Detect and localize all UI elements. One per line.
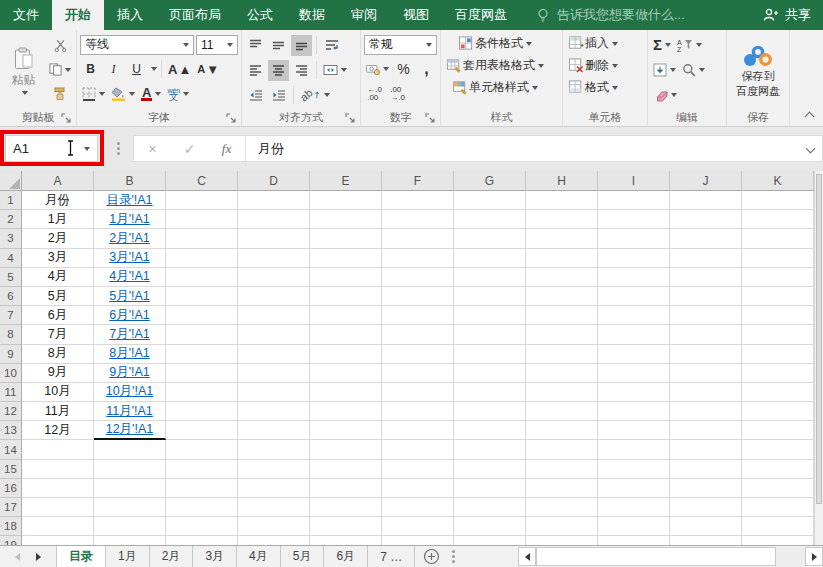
hyperlink-cell-B13[interactable]: 12月'!A1 [106, 421, 154, 438]
cell-D15[interactable] [238, 460, 310, 479]
cell-I17[interactable] [598, 498, 670, 517]
cell-E2[interactable] [310, 210, 382, 229]
cell-C8[interactable] [166, 325, 238, 344]
hscroll-left-arrow[interactable] [518, 547, 536, 566]
cell-H14[interactable] [526, 440, 598, 459]
cell-G18[interactable] [454, 517, 526, 536]
cell-H12[interactable] [526, 402, 598, 421]
cell-G14[interactable] [454, 440, 526, 459]
cell-A5[interactable]: 4月 [22, 268, 94, 287]
cell-G5[interactable] [454, 268, 526, 287]
cell-K9[interactable] [742, 345, 814, 364]
cell-F4[interactable] [382, 249, 454, 268]
cell-B8[interactable]: 7月'!A1 [94, 325, 166, 344]
row-header-1[interactable]: 1 [0, 191, 22, 210]
cell-I18[interactable] [598, 517, 670, 536]
cell-C11[interactable] [166, 383, 238, 402]
cell-I3[interactable] [598, 229, 670, 248]
cell-A11[interactable]: 10月 [22, 383, 94, 402]
cell-G10[interactable] [454, 364, 526, 383]
cell-I6[interactable] [598, 287, 670, 306]
cell-F12[interactable] [382, 402, 454, 421]
cell-K12[interactable] [742, 402, 814, 421]
formula-bar[interactable]: × ✓ fx 月份 [133, 135, 823, 162]
cell-J17[interactable] [670, 498, 742, 517]
column-header-I[interactable]: I [598, 171, 670, 191]
cell-I12[interactable] [598, 402, 670, 421]
column-header-A[interactable]: A [22, 171, 94, 191]
menu-tab-公式[interactable]: 公式 [234, 0, 286, 30]
format-cells-button[interactable]: 格式 [566, 77, 620, 98]
cell-I1[interactable] [598, 191, 670, 210]
formula-bar-resize-handle[interactable] [117, 147, 120, 150]
row-header-12[interactable]: 12 [0, 402, 22, 421]
cell-K6[interactable] [742, 287, 814, 306]
cell-D19[interactable] [238, 536, 310, 545]
cell-C13[interactable] [166, 421, 238, 440]
cell-J6[interactable] [670, 287, 742, 306]
align-middle-button[interactable] [268, 35, 289, 56]
row-header-16[interactable]: 16 [0, 479, 22, 498]
row-header-7[interactable]: 7 [0, 306, 22, 325]
cell-H4[interactable] [526, 249, 598, 268]
cell-K13[interactable] [742, 421, 814, 440]
cell-F11[interactable] [382, 383, 454, 402]
fill-button[interactable] [651, 60, 678, 81]
name-box-dropdown-arrow[interactable] [84, 147, 90, 151]
cell-D16[interactable] [238, 479, 310, 498]
cell-I2[interactable] [598, 210, 670, 229]
cell-F16[interactable] [382, 479, 454, 498]
cell-F9[interactable] [382, 345, 454, 364]
vertical-scrollbar[interactable] [814, 171, 823, 545]
align-center-button[interactable] [268, 60, 289, 81]
cell-B11[interactable]: 10月'!A1 [94, 383, 166, 402]
cell-K4[interactable] [742, 249, 814, 268]
sheet-nav-next-icon[interactable] [36, 553, 41, 561]
menu-tab-审阅[interactable]: 审阅 [338, 0, 390, 30]
sheet-tab-6月[interactable]: 6月 [324, 546, 368, 567]
row-header-9[interactable]: 9 [0, 345, 22, 364]
cell-G4[interactable] [454, 249, 526, 268]
hyperlink-cell-B10[interactable]: 9月'!A1 [109, 364, 150, 381]
cell-G9[interactable] [454, 345, 526, 364]
merge-center-button[interactable] [321, 60, 349, 81]
cell-B18[interactable] [94, 517, 166, 536]
font-size-select[interactable]: 11 [196, 35, 238, 55]
column-header-C[interactable]: C [166, 171, 238, 191]
cell-I14[interactable] [598, 440, 670, 459]
underline-button[interactable]: U [126, 59, 147, 80]
column-header-G[interactable]: G [454, 171, 526, 191]
increase-font-button[interactable]: A▲ [166, 59, 193, 80]
save-to-baidu-button[interactable]: 保存到 百度网盘 [730, 33, 786, 108]
row-header-13[interactable]: 13 [0, 421, 22, 440]
cell-K15[interactable] [742, 460, 814, 479]
cell-B6[interactable]: 5月'!A1 [94, 287, 166, 306]
cell-A9[interactable]: 8月 [22, 345, 94, 364]
cell-K16[interactable] [742, 479, 814, 498]
sheet-tab-3月[interactable]: 3月 [193, 546, 237, 567]
hyperlink-cell-B8[interactable]: 7月'!A1 [109, 326, 150, 343]
cell-I13[interactable] [598, 421, 670, 440]
cell-K8[interactable] [742, 325, 814, 344]
italic-button[interactable]: I [103, 59, 124, 80]
cell-J8[interactable] [670, 325, 742, 344]
cell-B7[interactable]: 6月'!A1 [94, 306, 166, 325]
cell-K1[interactable] [742, 191, 814, 210]
new-sheet-button[interactable] [423, 546, 440, 567]
cell-H5[interactable] [526, 268, 598, 287]
cell-A12[interactable]: 11月 [22, 402, 94, 421]
cell-I11[interactable] [598, 383, 670, 402]
hyperlink-cell-B12[interactable]: 11月'!A1 [106, 403, 153, 420]
menu-tab-视图[interactable]: 视图 [390, 0, 442, 30]
cell-J3[interactable] [670, 229, 742, 248]
cell-J12[interactable] [670, 402, 742, 421]
cell-F8[interactable] [382, 325, 454, 344]
align-top-button[interactable] [245, 35, 266, 56]
cell-D9[interactable] [238, 345, 310, 364]
cell-J11[interactable] [670, 383, 742, 402]
hyperlink-cell-B7[interactable]: 6月'!A1 [109, 307, 150, 324]
cell-K7[interactable] [742, 306, 814, 325]
cell-H19[interactable] [526, 536, 598, 545]
name-box[interactable]: A1 [5, 135, 98, 162]
cell-G13[interactable] [454, 421, 526, 440]
